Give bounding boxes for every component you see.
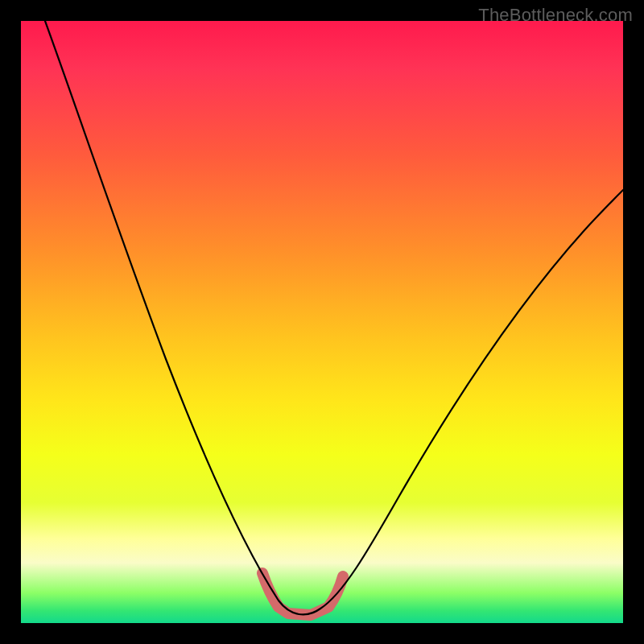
bottleneck-curve	[45, 21, 623, 614]
curve-layer	[21, 21, 623, 623]
plot-area	[21, 21, 623, 623]
chart-frame: TheBottleneck.com	[0, 0, 644, 644]
watermark-text: TheBottleneck.com	[478, 5, 633, 26]
